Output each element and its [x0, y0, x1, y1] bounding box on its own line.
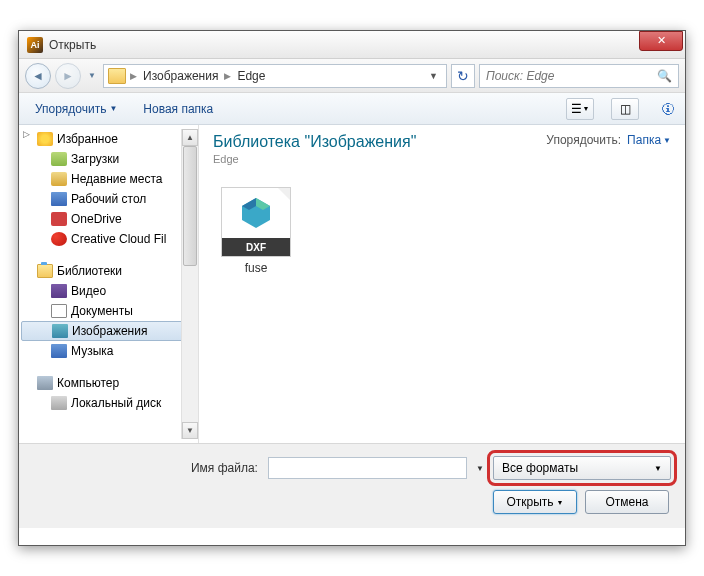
format-select[interactable]: Все форматы ▼: [493, 456, 671, 480]
file-item[interactable]: DXF fuse: [213, 183, 299, 279]
downloads-icon: [51, 152, 67, 166]
star-icon: [37, 132, 53, 146]
format-value: Все форматы: [502, 461, 654, 475]
sidebar-item-disk[interactable]: Локальный диск: [19, 393, 198, 413]
scroll-down-button[interactable]: ▼: [182, 422, 198, 439]
search-input[interactable]: [486, 69, 657, 83]
search-icon[interactable]: 🔍: [657, 69, 672, 83]
body-area: ▷ Избранное Загрузки Недавние места Рабо…: [19, 125, 685, 443]
sidebar-item-documents[interactable]: Документы: [19, 301, 198, 321]
libraries-icon: [37, 264, 53, 278]
history-dropdown[interactable]: ▼: [85, 65, 99, 87]
filename-label: Имя файла:: [33, 461, 262, 475]
file-name: fuse: [217, 261, 295, 275]
sidebar-scrollbar[interactable]: ▲ ▼: [181, 129, 198, 439]
toolbar: Упорядочить ▼ Новая папка ☰▼ ◫ 🛈: [19, 93, 685, 125]
organize-label: Упорядочить: [35, 102, 106, 116]
preview-pane-button[interactable]: ◫: [611, 98, 639, 120]
chevron-right-icon: ▶: [222, 71, 233, 81]
path-segment[interactable]: Изображения: [139, 69, 222, 83]
onedrive-icon: [51, 212, 67, 226]
tree-label: Библиотеки: [57, 264, 122, 278]
content-title: Библиотека "Изображения": [213, 133, 416, 151]
desktop-icon: [51, 192, 67, 206]
search-box[interactable]: 🔍: [479, 64, 679, 88]
view-button[interactable]: ☰▼: [566, 98, 594, 120]
file-thumbnail: DXF: [221, 187, 291, 257]
expand-icon[interactable]: ▷: [23, 129, 30, 139]
scroll-thumb[interactable]: [183, 146, 197, 266]
tree-label: Видео: [71, 284, 106, 298]
sidebar: ▷ Избранное Загрузки Недавние места Рабо…: [19, 125, 199, 443]
titlebar: Ai Открыть ✕: [19, 31, 685, 59]
content-pane: Библиотека "Изображения" Edge Упорядочит…: [199, 125, 685, 443]
sidebar-libraries[interactable]: Библиотеки: [19, 261, 198, 281]
app-icon: Ai: [27, 37, 43, 53]
forward-button[interactable]: ►: [55, 63, 81, 89]
close-button[interactable]: ✕: [639, 31, 683, 51]
organize-button[interactable]: Упорядочить ▼: [29, 99, 123, 119]
filename-dropdown[interactable]: ▼: [473, 464, 487, 473]
chevron-down-icon: ▼: [109, 104, 117, 113]
sidebar-item-desktop[interactable]: Рабочий стол: [19, 189, 198, 209]
open-dialog: Ai Открыть ✕ ◄ ► ▼ ▶ Изображения ▶ Edge …: [18, 30, 686, 546]
folder-icon: [108, 68, 126, 84]
address-dropdown[interactable]: ▼: [423, 71, 444, 81]
music-icon: [51, 344, 67, 358]
sort-label: Упорядочить:: [546, 133, 621, 147]
tree-label: Рабочий стол: [71, 192, 146, 206]
navbar: ◄ ► ▼ ▶ Изображения ▶ Edge ▼ ↻ 🔍: [19, 59, 685, 93]
tree-label: Избранное: [57, 132, 118, 146]
computer-icon: [37, 376, 53, 390]
sidebar-computer[interactable]: Компьютер: [19, 373, 198, 393]
images-icon: [52, 324, 68, 338]
tree-label: Недавние места: [71, 172, 162, 186]
sidebar-item-onedrive[interactable]: OneDrive: [19, 209, 198, 229]
sidebar-item-recent[interactable]: Недавние места: [19, 169, 198, 189]
sort-dropdown[interactable]: Папка ▼: [627, 133, 671, 147]
recent-icon: [51, 172, 67, 186]
creative-cloud-icon: [51, 232, 67, 246]
dxf-logo-icon: [236, 196, 276, 230]
back-button[interactable]: ◄: [25, 63, 51, 89]
tree-label: Локальный диск: [71, 396, 161, 410]
scroll-up-button[interactable]: ▲: [182, 129, 198, 146]
chevron-right-icon: ▶: [128, 71, 139, 81]
tree-label: Музыка: [71, 344, 113, 358]
video-icon: [51, 284, 67, 298]
sidebar-item-cc[interactable]: Creative Cloud Fil: [19, 229, 198, 249]
footer: Имя файла: ▼ Все форматы ▼ Открыть ▼ Отм…: [19, 443, 685, 528]
documents-icon: [51, 304, 67, 318]
tree-label: Компьютер: [57, 376, 119, 390]
address-bar[interactable]: ▶ Изображения ▶ Edge ▼: [103, 64, 447, 88]
sidebar-item-downloads[interactable]: Загрузки: [19, 149, 198, 169]
filename-input[interactable]: [268, 457, 467, 479]
chevron-down-icon: ▼: [663, 136, 671, 145]
tree-label: Документы: [71, 304, 133, 318]
help-icon[interactable]: 🛈: [661, 101, 675, 117]
path-segment[interactable]: Edge: [233, 69, 269, 83]
sidebar-item-images[interactable]: Изображения: [21, 321, 196, 341]
sidebar-favorites[interactable]: Избранное: [19, 129, 198, 149]
window-title: Открыть: [49, 38, 639, 52]
sidebar-item-video[interactable]: Видео: [19, 281, 198, 301]
file-grid: DXF fuse: [213, 183, 671, 279]
chevron-down-icon: ▼: [654, 464, 662, 473]
new-folder-label: Новая папка: [143, 102, 213, 116]
tree-label: OneDrive: [71, 212, 122, 226]
sidebar-item-music[interactable]: Музыка: [19, 341, 198, 361]
tree-label: Изображения: [72, 324, 147, 338]
tree-label: Загрузки: [71, 152, 119, 166]
tree-label: Creative Cloud Fil: [71, 232, 166, 246]
new-folder-button[interactable]: Новая папка: [137, 99, 219, 119]
file-extension-badge: DXF: [222, 238, 290, 256]
open-button[interactable]: Открыть ▼: [493, 490, 577, 514]
cancel-button[interactable]: Отмена: [585, 490, 669, 514]
disk-icon: [51, 396, 67, 410]
refresh-button[interactable]: ↻: [451, 64, 475, 88]
content-subtitle: Edge: [213, 153, 416, 165]
